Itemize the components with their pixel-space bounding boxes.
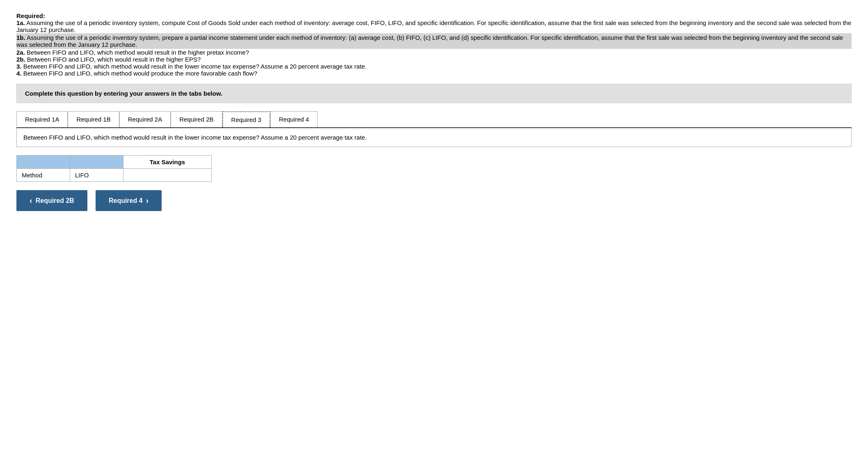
req-4-text: Between FIFO and LIFO, which method woul… bbox=[23, 70, 257, 77]
tax-savings-input-cell[interactable] bbox=[123, 169, 212, 182]
tab-required-2a[interactable]: Required 2A bbox=[119, 111, 171, 127]
requirement-2b: 2b. Between FIFO and LIFO, which would r… bbox=[16, 56, 852, 63]
prev-arrow-icon bbox=[30, 196, 32, 205]
req-3-prefix: 3. bbox=[16, 63, 22, 70]
req-3-text: Between FIFO and LIFO, which method woul… bbox=[23, 63, 367, 70]
tab-required-1a[interactable]: Required 1A bbox=[16, 111, 68, 127]
req-1a-prefix: 1a. bbox=[16, 19, 25, 26]
navigation-buttons: Required 2B Required 4 bbox=[16, 190, 852, 211]
tabs-container: Required 1A Required 1B Required 2A Requ… bbox=[16, 111, 852, 128]
tab-2b-label: Required 2B bbox=[179, 116, 213, 123]
col-header-1 bbox=[17, 156, 70, 169]
next-arrow-icon bbox=[146, 196, 149, 205]
lifo-value: LIFO bbox=[75, 172, 89, 179]
next-button-label: Required 4 bbox=[109, 197, 143, 204]
complete-box-text: Complete this question by entering your … bbox=[25, 90, 222, 97]
req-1a-text: Assuming the use of a periodic inventory… bbox=[16, 19, 851, 33]
req-1b-prefix: 1b. bbox=[16, 34, 25, 41]
table-header-row: Tax Savings bbox=[17, 156, 212, 169]
req-2a-prefix: 2a. bbox=[16, 49, 25, 56]
tax-savings-input[interactable] bbox=[123, 169, 211, 181]
tab-required-1b[interactable]: Required 1B bbox=[68, 111, 119, 127]
prev-button-label: Required 2B bbox=[36, 197, 74, 204]
tab-required-3[interactable]: Required 3 bbox=[222, 111, 270, 127]
req-2b-text: Between FIFO and LIFO, which would resul… bbox=[27, 56, 201, 63]
req-1b-text: Assuming the use of a periodic inventory… bbox=[16, 34, 843, 48]
requirement-3: 3. Between FIFO and LIFO, which method w… bbox=[16, 63, 852, 70]
next-required-4-button[interactable]: Required 4 bbox=[96, 190, 162, 211]
method-label: Method bbox=[22, 172, 42, 179]
tab-4-label: Required 4 bbox=[279, 116, 309, 123]
col-header-2 bbox=[70, 156, 123, 169]
req-2b-prefix: 2b. bbox=[16, 56, 25, 63]
req-4-prefix: 4. bbox=[16, 70, 22, 77]
tab-3-label: Required 3 bbox=[231, 116, 261, 123]
requirement-1b: 1b. Assuming the use of a periodic inven… bbox=[16, 33, 852, 49]
tab-content: Between FIFO and LIFO, which method woul… bbox=[16, 128, 852, 147]
required-section: Required: 1a. Assuming the use of a peri… bbox=[16, 12, 852, 77]
tab-content-text: Between FIFO and LIFO, which method woul… bbox=[23, 134, 367, 141]
req-2a-text: Between FIFO and LIFO, which method woul… bbox=[27, 49, 249, 56]
table-row: Method LIFO bbox=[17, 169, 212, 182]
answer-table: Tax Savings Method LIFO bbox=[16, 155, 212, 182]
required-label: Required: bbox=[16, 12, 45, 19]
tab-2a-label: Required 2A bbox=[128, 116, 162, 123]
tab-1a-label: Required 1A bbox=[25, 116, 59, 123]
method-label-cell: Method bbox=[17, 169, 70, 182]
tab-required-4[interactable]: Required 4 bbox=[270, 111, 318, 127]
col-header-tax-savings: Tax Savings bbox=[123, 156, 212, 169]
prev-required-2b-button[interactable]: Required 2B bbox=[16, 190, 87, 211]
complete-box: Complete this question by entering your … bbox=[16, 84, 852, 103]
requirement-2a: 2a. Between FIFO and LIFO, which method … bbox=[16, 49, 852, 56]
tab-1b-label: Required 1B bbox=[76, 116, 110, 123]
tab-required-2b[interactable]: Required 2B bbox=[171, 111, 222, 127]
lifo-cell: LIFO bbox=[70, 169, 123, 182]
requirement-1a: 1a. Assuming the use of a periodic inven… bbox=[16, 19, 852, 33]
requirement-4: 4. Between FIFO and LIFO, which method w… bbox=[16, 70, 852, 77]
